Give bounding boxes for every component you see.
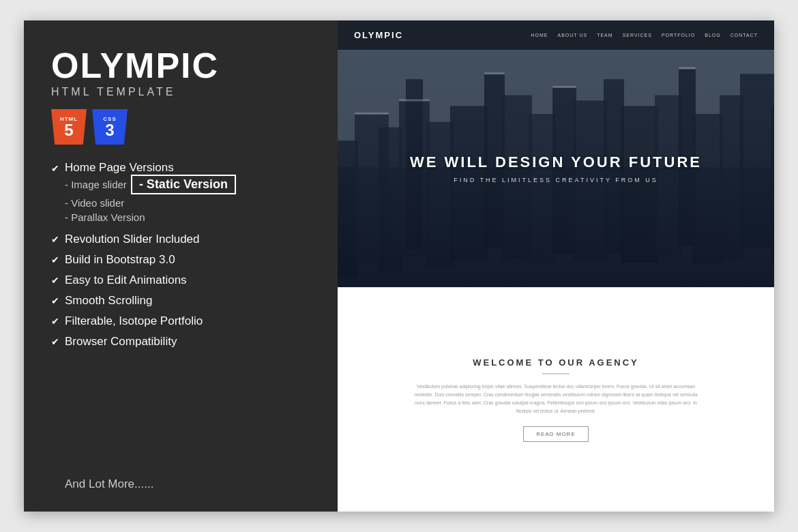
agency-title: WELCOME TO OUR AGENCY bbox=[473, 357, 639, 368]
isotope-label: Filterable, Isotope Portfolio bbox=[65, 314, 203, 328]
agency-divider bbox=[542, 373, 570, 374]
nav-about[interactable]: ABOUT US bbox=[558, 33, 588, 38]
homepage-versions-item: ✔ Home Page Versions - Image slider - St… bbox=[51, 161, 317, 226]
and-more: And Lot More...... bbox=[51, 477, 317, 491]
check-icon-bootstrap: ✔ bbox=[51, 254, 59, 265]
feature-scrolling: ✔ Smooth Scrolling bbox=[51, 294, 317, 308]
css3-num: 3 bbox=[105, 122, 114, 138]
html5-num: 5 bbox=[64, 122, 73, 138]
preview-hero: OLYMPIC HOME ABOUT US TEAM SERVICES PORT… bbox=[338, 20, 774, 287]
html5-badge: HTML 5 bbox=[51, 109, 87, 145]
read-more-button[interactable]: READ MORE bbox=[523, 426, 588, 442]
main-wrapper: OLYMPIC HTML TEMPLATE HTML 5 CSS 3 ✔ Hom… bbox=[24, 20, 774, 512]
image-slider-label: - Image slider bbox=[65, 179, 127, 190]
sub-item-image: - Image slider - Static Version bbox=[65, 175, 236, 194]
feature-browser: ✔ Browser Compatibility bbox=[51, 335, 317, 349]
check-icon-scrolling: ✔ bbox=[51, 295, 59, 306]
nav-blog[interactable]: BLOG bbox=[705, 33, 720, 38]
parallax-label: - Parallax Version bbox=[65, 211, 145, 223]
sub-item-parallax: - Parallax Version bbox=[65, 211, 236, 223]
right-panel: OLYMPIC HOME ABOUT US TEAM SERVICES PORT… bbox=[338, 20, 774, 512]
static-version-label: - Static Version bbox=[131, 175, 236, 194]
features-list: ✔ Home Page Versions - Image slider - St… bbox=[51, 161, 317, 472]
preview-hero-content: WE WILL DESIGN YOUR FUTURE FIND THE LIMI… bbox=[338, 50, 774, 287]
css3-badge: CSS 3 bbox=[92, 109, 128, 145]
nav-services[interactable]: SERVICES bbox=[623, 33, 652, 38]
nav-portfolio[interactable]: PORTFOLIO bbox=[662, 33, 695, 38]
sub-item-video: - Video slider bbox=[65, 197, 236, 209]
bootstrap-label: Build in Bootstrap 3.0 bbox=[65, 253, 175, 267]
nav-contact[interactable]: CONTACT bbox=[730, 33, 758, 38]
brand-title: OLYMPIC bbox=[51, 48, 317, 83]
check-icon-isotope: ✔ bbox=[51, 316, 59, 327]
feature-bootstrap: ✔ Build in Bootstrap 3.0 bbox=[51, 253, 317, 267]
hero-title: WE WILL DESIGN YOUR FUTURE bbox=[410, 153, 702, 171]
revolution-label: Revolution Slider Included bbox=[65, 233, 200, 246]
preview-navbar: OLYMPIC HOME ABOUT US TEAM SERVICES PORT… bbox=[338, 20, 774, 50]
browser-label: Browser Compatibility bbox=[65, 335, 177, 349]
feature-isotope: ✔ Filterable, Isotope Portfolio bbox=[51, 314, 317, 328]
sub-items-list: - Image slider - Static Version - Video … bbox=[51, 175, 236, 223]
preview-logo: OLYMPIC bbox=[354, 30, 403, 40]
badges-row: HTML 5 CSS 3 bbox=[51, 109, 317, 145]
left-panel: OLYMPIC HTML TEMPLATE HTML 5 CSS 3 ✔ Hom… bbox=[24, 20, 338, 512]
preview-agency: WELCOME TO OUR AGENCY Vestibulum pulvina… bbox=[338, 287, 774, 512]
preview-nav-links: HOME ABOUT US TEAM SERVICES PORTFOLIO BL… bbox=[531, 33, 758, 38]
animations-label: Easy to Edit Animations bbox=[65, 274, 187, 287]
check-icon-revolution: ✔ bbox=[51, 234, 59, 245]
hero-subtitle: FIND THE LIMITLESS CREATIVITY FROM US bbox=[454, 177, 658, 183]
brand-subtitle: HTML TEMPLATE bbox=[51, 86, 317, 98]
feature-revolution: ✔ Revolution Slider Included bbox=[51, 233, 317, 246]
agency-body-text: Vestibulum pulvinar adipiscing turpis vi… bbox=[413, 383, 699, 415]
video-slider-label: - Video slider bbox=[65, 197, 124, 209]
nav-team[interactable]: TEAM bbox=[597, 33, 612, 38]
check-icon-animations: ✔ bbox=[51, 275, 59, 286]
scrolling-label: Smooth Scrolling bbox=[65, 294, 153, 308]
feature-animations: ✔ Easy to Edit Animations bbox=[51, 274, 317, 287]
check-icon: ✔ bbox=[51, 163, 59, 174]
nav-home[interactable]: HOME bbox=[531, 33, 548, 38]
homepage-versions-label: Home Page Versions bbox=[65, 161, 174, 175]
check-icon-browser: ✔ bbox=[51, 336, 59, 347]
